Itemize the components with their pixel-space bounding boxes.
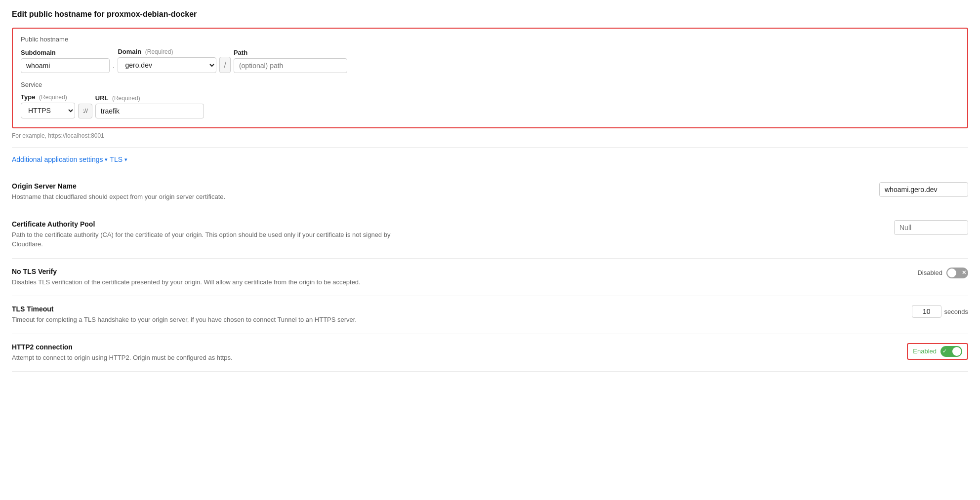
- ca-pool-row: Certificate Authority Pool Path to the c…: [12, 211, 968, 259]
- no-tls-verify-state: Disabled: [917, 269, 942, 276]
- ca-pool-input[interactable]: [894, 220, 968, 235]
- origin-server-desc: Hostname that cloudflared should expect …: [12, 192, 407, 202]
- path-label: Path: [234, 49, 347, 56]
- no-tls-verify-left: No TLS Verify Disables TLS verification …: [12, 268, 407, 287]
- subdomain-input[interactable]: [21, 58, 110, 73]
- toggle-knob-2: [952, 347, 961, 356]
- hostname-field-row: Subdomain . Domain (Required) gero.dev /…: [21, 48, 959, 73]
- tls-header[interactable]: TLS ▾: [110, 155, 127, 163]
- url-label: URL (Required): [95, 94, 204, 102]
- toggle-x-icon: ✕: [962, 269, 966, 276]
- http2-state-label: Enabled: [913, 347, 937, 355]
- domain-select[interactable]: gero.dev: [118, 57, 216, 73]
- ca-pool-right: [894, 220, 968, 235]
- origin-server-right: [879, 182, 968, 197]
- http2-enabled-box: Enabled ✓: [907, 343, 968, 360]
- type-group: Type (Required) HTTPS HTTP SSH RDP SMB T…: [21, 93, 75, 118]
- type-select[interactable]: HTTPS HTTP SSH RDP SMB TCP UDP: [21, 103, 75, 118]
- tls-timeout-title: TLS Timeout: [12, 305, 407, 313]
- http2-connection-row: HTTP2 connection Attempt to connect to o…: [12, 334, 968, 372]
- subdomain-group: Subdomain: [21, 49, 110, 73]
- tls-label: TLS: [110, 155, 122, 163]
- tls-timeout-right: seconds: [912, 305, 968, 318]
- http2-connection-title: HTTP2 connection: [12, 343, 407, 351]
- dot-separator: .: [113, 61, 115, 73]
- no-tls-verify-toggle[interactable]: ✕: [946, 268, 968, 278]
- http2-connection-right: Enabled ✓: [907, 343, 968, 360]
- service-field-row: Type (Required) HTTPS HTTP SSH RDP SMB T…: [21, 93, 959, 118]
- timeout-input-container: seconds: [912, 305, 968, 318]
- helper-text: For example, https://localhost:8001: [12, 132, 968, 139]
- public-hostname-section: Public hostname Subdomain . Domain (Requ…: [12, 28, 968, 128]
- service-label: Service: [21, 81, 959, 88]
- additional-settings-link[interactable]: Additional application settings ▾: [12, 155, 108, 163]
- service-section: Service Type (Required) HTTPS HTTP SSH R…: [21, 81, 959, 118]
- ca-pool-desc: Path to the certificate authority (CA) f…: [12, 230, 407, 249]
- page-title: Edit public hostname for proxmox-debian-…: [12, 10, 968, 19]
- section-label: Public hostname: [21, 36, 959, 43]
- no-tls-verify-title: No TLS Verify: [12, 268, 407, 275]
- url-group: URL (Required): [95, 94, 204, 118]
- http2-toggle[interactable]: ✓: [940, 346, 962, 357]
- path-group: Path: [234, 49, 347, 73]
- chevron-down-icon: ▾: [105, 156, 108, 163]
- no-tls-verify-right: Disabled ✕: [917, 268, 968, 278]
- tls-timeout-desc: Timeout for completing a TLS handshake t…: [12, 315, 407, 325]
- tls-timeout-left: TLS Timeout Timeout for completing a TLS…: [12, 305, 407, 325]
- domain-label: Domain (Required): [118, 48, 216, 55]
- toggle-check-icon: ✓: [942, 348, 947, 354]
- tls-chevron-icon: ▾: [124, 156, 127, 163]
- divider-1: [12, 147, 968, 148]
- no-tls-verify-desc: Disables TLS verification of the certifi…: [12, 277, 407, 287]
- slash-separator: /: [219, 57, 230, 73]
- toggle-knob: [947, 269, 956, 277]
- ca-pool-title: Certificate Authority Pool: [12, 220, 407, 228]
- no-tls-verify-row: No TLS Verify Disables TLS verification …: [12, 259, 968, 297]
- http2-connection-left: HTTP2 connection Attempt to connect to o…: [12, 343, 407, 363]
- origin-server-title: Origin Server Name: [12, 182, 407, 190]
- tls-timeout-input[interactable]: [912, 305, 941, 318]
- subdomain-label: Subdomain: [21, 49, 110, 56]
- ca-pool-left: Certificate Authority Pool Path to the c…: [12, 220, 407, 249]
- tls-timeout-row: TLS Timeout Timeout for completing a TLS…: [12, 296, 968, 334]
- path-input[interactable]: [234, 58, 347, 73]
- http2-connection-desc: Attempt to connect to origin using HTTP2…: [12, 353, 407, 363]
- additional-settings-label: Additional application settings: [12, 155, 103, 163]
- origin-server-input[interactable]: [879, 182, 968, 197]
- no-tls-toggle-container: Disabled ✕: [917, 268, 968, 278]
- type-label: Type (Required): [21, 93, 75, 101]
- origin-server-left: Origin Server Name Hostname that cloudfl…: [12, 182, 407, 202]
- domain-group: Domain (Required) gero.dev: [118, 48, 216, 73]
- colon-separator: ://: [78, 104, 92, 118]
- origin-server-row: Origin Server Name Hostname that cloudfl…: [12, 173, 968, 211]
- seconds-label: seconds: [944, 308, 968, 315]
- url-input[interactable]: [95, 104, 204, 118]
